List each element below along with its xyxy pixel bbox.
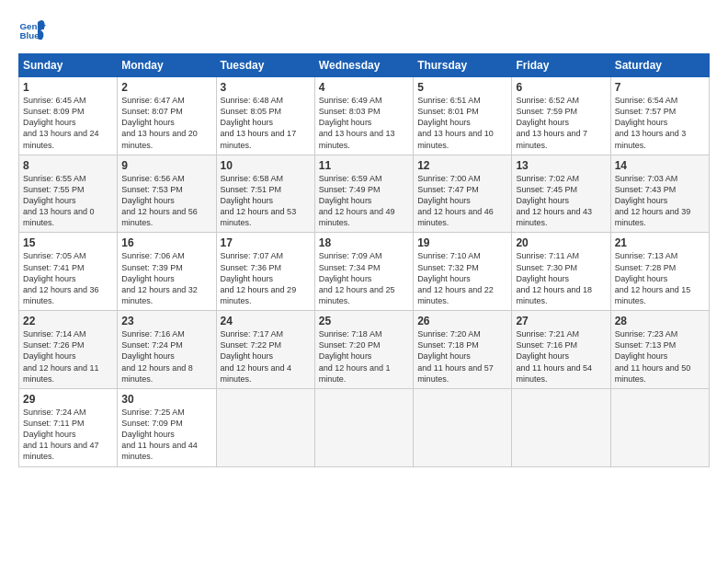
day-number: 18 [319,236,409,249]
day-number: 8 [23,159,113,172]
day-number: 22 [23,315,113,327]
day-number: 23 [121,315,211,327]
calendar-row: 1 Sunrise: 6:45 AM Sunset: 8:09 PM Dayli… [19,77,710,155]
day-number: 16 [121,236,211,249]
calendar-cell: 13 Sunrise: 7:02 AM Sunset: 7:45 PM Dayl… [512,155,610,233]
calendar-cell: 14 Sunrise: 7:03 AM Sunset: 7:43 PM Dayl… [610,155,709,233]
day-info: Sunrise: 6:45 AM Sunset: 8:09 PM Dayligh… [23,95,113,151]
calendar-cell: 9 Sunrise: 6:56 AM Sunset: 7:53 PM Dayli… [118,155,216,233]
calendar-cell: 18 Sunrise: 7:09 AM Sunset: 7:34 PM Dayl… [314,233,413,311]
day-info: Sunrise: 7:13 AM Sunset: 7:28 PM Dayligh… [615,250,705,306]
day-info: Sunrise: 7:16 AM Sunset: 7:24 PM Dayligh… [121,328,211,385]
calendar-cell [610,388,709,466]
calendar-cell: 30 Sunrise: 7:25 AM Sunset: 7:09 PM Dayl… [118,388,216,466]
calendar-table: SundayMondayTuesdayWednesdayThursdayFrid… [18,53,710,467]
calendar-cell: 6 Sunrise: 6:52 AM Sunset: 7:59 PM Dayli… [512,77,610,155]
calendar-cell: 3 Sunrise: 6:48 AM Sunset: 8:05 PM Dayli… [216,77,314,155]
calendar-cell: 1 Sunrise: 6:45 AM Sunset: 8:09 PM Dayli… [19,77,118,155]
weekday-header-saturday: Saturday [610,54,709,77]
calendar-page: General Blue SundayMondayTuesdayWednesda… [0,0,728,563]
calendar-row: 8 Sunrise: 6:55 AM Sunset: 7:55 PM Dayli… [19,155,710,233]
calendar-cell [314,388,413,466]
day-info: Sunrise: 7:03 AM Sunset: 7:43 PM Dayligh… [615,173,705,229]
day-number: 2 [121,81,211,94]
calendar-row: 22 Sunrise: 7:14 AM Sunset: 7:26 PM Dayl… [19,311,710,389]
day-info: Sunrise: 6:52 AM Sunset: 7:59 PM Dayligh… [516,95,606,151]
calendar-cell: 29 Sunrise: 7:24 AM Sunset: 7:11 PM Dayl… [19,388,118,466]
calendar-cell: 19 Sunrise: 7:10 AM Sunset: 7:32 PM Dayl… [414,233,512,311]
day-info: Sunrise: 6:51 AM Sunset: 8:01 PM Dayligh… [417,95,507,151]
calendar-row: 29 Sunrise: 7:24 AM Sunset: 7:11 PM Dayl… [19,388,710,466]
calendar-cell: 10 Sunrise: 6:58 AM Sunset: 7:51 PM Dayl… [216,155,314,233]
calendar-cell: 23 Sunrise: 7:16 AM Sunset: 7:24 PM Dayl… [118,311,216,389]
day-info: Sunrise: 7:07 AM Sunset: 7:36 PM Dayligh… [221,250,311,306]
day-info: Sunrise: 7:20 AM Sunset: 7:18 PM Dayligh… [417,328,507,385]
day-number: 25 [319,315,409,327]
calendar-cell: 24 Sunrise: 7:17 AM Sunset: 7:22 PM Dayl… [216,311,314,389]
day-number: 20 [516,236,606,249]
calendar-cell: 16 Sunrise: 7:06 AM Sunset: 7:39 PM Dayl… [118,233,216,311]
calendar-cell: 12 Sunrise: 7:00 AM Sunset: 7:47 PM Dayl… [414,155,512,233]
calendar-cell: 8 Sunrise: 6:55 AM Sunset: 7:55 PM Dayli… [19,155,118,233]
calendar-cell: 17 Sunrise: 7:07 AM Sunset: 7:36 PM Dayl… [216,233,314,311]
day-number: 19 [417,236,507,249]
day-number: 30 [121,393,211,406]
day-number: 3 [221,81,311,94]
calendar-cell: 20 Sunrise: 7:11 AM Sunset: 7:30 PM Dayl… [512,233,610,311]
calendar-cell: 15 Sunrise: 7:05 AM Sunset: 7:41 PM Dayl… [19,233,118,311]
day-info: Sunrise: 7:09 AM Sunset: 7:34 PM Dayligh… [319,250,409,306]
weekday-header-wednesday: Wednesday [314,54,413,77]
calendar-cell: 5 Sunrise: 6:51 AM Sunset: 8:01 PM Dayli… [414,77,512,155]
calendar-cell [414,388,512,466]
day-info: Sunrise: 6:54 AM Sunset: 7:57 PM Dayligh… [615,95,705,151]
day-number: 27 [516,315,606,327]
day-info: Sunrise: 7:06 AM Sunset: 7:39 PM Dayligh… [121,250,211,306]
day-number: 9 [121,159,211,172]
day-number: 14 [615,159,705,172]
weekday-header-monday: Monday [118,54,216,77]
svg-text:Blue: Blue [20,30,40,40]
day-info: Sunrise: 7:25 AM Sunset: 7:09 PM Dayligh… [121,407,211,463]
day-info: Sunrise: 6:55 AM Sunset: 7:55 PM Dayligh… [23,173,113,229]
header: General Blue [18,17,710,44]
day-number: 17 [221,236,311,249]
weekday-header-thursday: Thursday [414,54,512,77]
calendar-header: SundayMondayTuesdayWednesdayThursdayFrid… [19,54,710,77]
calendar-cell: 4 Sunrise: 6:49 AM Sunset: 8:03 PM Dayli… [314,77,413,155]
day-number: 11 [319,159,409,172]
calendar-row: 15 Sunrise: 7:05 AM Sunset: 7:41 PM Dayl… [19,233,710,311]
day-info: Sunrise: 7:11 AM Sunset: 7:30 PM Dayligh… [516,250,606,306]
day-number: 6 [516,81,606,94]
calendar-cell [216,388,314,466]
calendar-cell: 11 Sunrise: 6:59 AM Sunset: 7:49 PM Dayl… [314,155,413,233]
calendar-cell: 28 Sunrise: 7:23 AM Sunset: 7:13 PM Dayl… [610,311,709,389]
day-number: 29 [23,393,113,406]
calendar-body: 1 Sunrise: 6:45 AM Sunset: 8:09 PM Dayli… [19,77,710,467]
weekday-header-sunday: Sunday [19,54,118,77]
day-info: Sunrise: 7:18 AM Sunset: 7:20 PM Dayligh… [319,328,409,385]
weekday-header-row: SundayMondayTuesdayWednesdayThursdayFrid… [19,54,710,77]
day-info: Sunrise: 6:58 AM Sunset: 7:51 PM Dayligh… [221,173,311,229]
day-info: Sunrise: 7:23 AM Sunset: 7:13 PM Dayligh… [615,328,705,385]
day-number: 4 [319,81,409,94]
weekday-header-tuesday: Tuesday [216,54,314,77]
day-number: 5 [417,81,507,94]
day-info: Sunrise: 7:17 AM Sunset: 7:22 PM Dayligh… [221,328,311,385]
day-number: 28 [615,315,705,327]
day-info: Sunrise: 7:10 AM Sunset: 7:32 PM Dayligh… [417,250,507,306]
day-info: Sunrise: 7:24 AM Sunset: 7:11 PM Dayligh… [23,407,113,463]
day-number: 1 [23,81,113,94]
day-number: 26 [417,315,507,327]
calendar-cell: 25 Sunrise: 7:18 AM Sunset: 7:20 PM Dayl… [314,311,413,389]
day-info: Sunrise: 7:21 AM Sunset: 7:16 PM Dayligh… [516,328,606,385]
logo: General Blue [18,17,50,44]
day-info: Sunrise: 7:02 AM Sunset: 7:45 PM Dayligh… [516,173,606,229]
day-number: 15 [23,236,113,249]
day-number: 12 [417,159,507,172]
calendar-cell: 22 Sunrise: 7:14 AM Sunset: 7:26 PM Dayl… [19,311,118,389]
calendar-cell: 2 Sunrise: 6:47 AM Sunset: 8:07 PM Dayli… [118,77,216,155]
calendar-cell: 27 Sunrise: 7:21 AM Sunset: 7:16 PM Dayl… [512,311,610,389]
day-info: Sunrise: 6:47 AM Sunset: 8:07 PM Dayligh… [121,95,211,151]
day-number: 24 [221,315,311,327]
day-number: 21 [615,236,705,249]
